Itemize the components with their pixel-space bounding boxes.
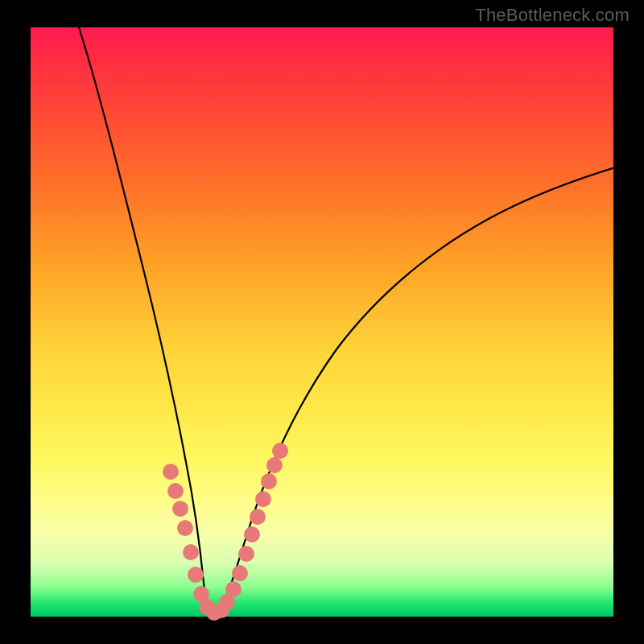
bottleneck-curve bbox=[31, 27, 613, 617]
svg-point-17 bbox=[261, 473, 277, 489]
svg-point-14 bbox=[244, 526, 260, 543]
svg-point-11 bbox=[225, 581, 242, 597]
svg-point-12 bbox=[232, 565, 248, 581]
curve-right-branch bbox=[221, 167, 615, 613]
svg-point-5 bbox=[188, 567, 204, 583]
svg-point-16 bbox=[255, 491, 271, 507]
svg-point-19 bbox=[272, 443, 288, 459]
svg-point-13 bbox=[238, 546, 254, 562]
svg-point-3 bbox=[177, 520, 193, 536]
svg-point-15 bbox=[250, 509, 266, 525]
plot-area bbox=[31, 27, 613, 617]
svg-point-0 bbox=[163, 464, 179, 480]
watermark-text: TheBottleneck.com bbox=[475, 5, 630, 26]
svg-point-4 bbox=[183, 544, 199, 560]
svg-point-2 bbox=[172, 501, 188, 517]
highlight-beads bbox=[163, 443, 288, 621]
chart-frame: TheBottleneck.com bbox=[0, 0, 644, 644]
svg-point-1 bbox=[167, 483, 184, 499]
svg-point-18 bbox=[266, 457, 283, 473]
